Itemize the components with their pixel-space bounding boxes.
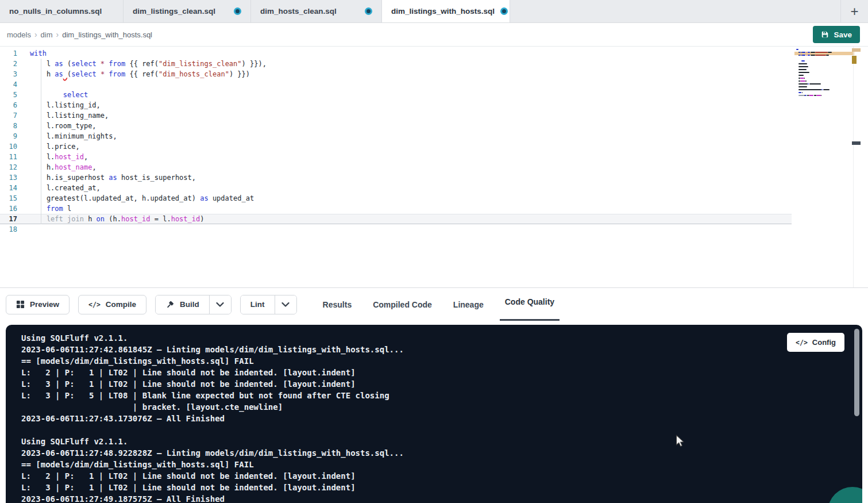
code-line-text: with <box>17 48 47 59</box>
editor-toolbar: Preview </> Compile Build Lint <box>0 287 868 321</box>
terminal-line: 2023-06-06T11:27:49.187575Z — All Finish… <box>21 493 851 503</box>
lint-split-button: Lint <box>240 295 297 314</box>
unsaved-indicator-icon <box>500 7 508 15</box>
plus-icon: + <box>850 3 858 20</box>
file-tab[interactable]: dim_hosts_clean.sql <box>251 0 382 22</box>
line-number: 5 <box>0 90 17 100</box>
file-tab[interactable]: no_nulls_in_columns.sql <box>0 0 124 22</box>
code-line-text: h.host_name, <box>17 162 97 172</box>
code-line[interactable]: 10 l.price, <box>0 141 792 152</box>
breadcrumb-separator-icon: › <box>34 30 37 39</box>
line-number: 11 <box>0 152 17 162</box>
save-button-label: Save <box>834 30 852 39</box>
file-tab[interactable]: dim_listings_with_hosts.sql <box>382 0 510 22</box>
code-line-text: h.is_superhost as host_is_superhost, <box>17 172 196 183</box>
terminal-panel[interactable]: Using SQLFluff v2.1.1.2023-06-06T11:27:4… <box>6 325 862 503</box>
line-number: 10 <box>0 141 17 152</box>
terminal-line: L: 3 | P: 1 | LT02 | Line should not be … <box>21 482 851 493</box>
terminal-line: L: 2 | P: 1 | LT02 | Line should not be … <box>21 367 851 378</box>
code-line[interactable]: 7 l.listing_name, <box>0 110 792 121</box>
lint-button[interactable]: Lint <box>241 295 275 314</box>
terminal-line: L: 3 | P: 5 | LT08 | Blank line expected… <box>21 390 851 401</box>
breadcrumb-separator-icon: › <box>56 30 59 39</box>
ruler-warning-marker <box>852 56 857 64</box>
panel-tabs: ResultsCompiled CodeLineageCode Quality <box>323 288 555 321</box>
file-tab[interactable]: dim_listings_clean.sql <box>124 0 251 22</box>
preview-button-label: Preview <box>30 300 59 309</box>
line-number: 8 <box>0 121 17 131</box>
indent-guide <box>41 59 41 224</box>
code-line[interactable]: 13 h.is_superhost as host_is_superhost, <box>0 172 792 183</box>
code-line[interactable]: 1with <box>0 48 792 59</box>
code-line[interactable]: 9 l.minimum_nights, <box>0 131 792 141</box>
code-line[interactable]: 16 from l <box>0 203 792 214</box>
unsaved-indicator-icon <box>365 7 372 15</box>
code-line-text: left join h on (h.host_id = l.host_id) <box>17 214 204 224</box>
code-line[interactable]: 11 l.host_id, <box>0 152 792 162</box>
build-button[interactable]: Build <box>156 295 209 314</box>
code-line-text: select <box>17 90 88 100</box>
code-line-text: l as (select * from {{ ref("dim_listings… <box>17 59 267 69</box>
panel-tab-code-quality[interactable]: Code Quality <box>505 297 554 306</box>
file-tab-label: no_nulls_in_columns.sql <box>9 7 102 16</box>
code-line-text: l.host_id, <box>17 152 88 162</box>
line-number: 17 <box>0 214 17 224</box>
chevron-down-icon <box>281 302 290 307</box>
breadcrumb-segment[interactable]: dim <box>40 30 54 39</box>
code-line[interactable]: 3 h as (select * from {{ ref("dim_hosts_… <box>0 69 792 79</box>
code-line-text: l.price, <box>17 141 80 152</box>
file-tab-bar: no_nulls_in_columns.sqldim_listings_clea… <box>0 0 868 23</box>
code-line[interactable]: 8 l.room_type, <box>0 121 792 131</box>
minimap-lines <box>796 49 852 101</box>
terminal-line: 2023-06-06T11:27:43.173076Z — All Finish… <box>21 413 851 424</box>
save-button[interactable]: Save <box>813 26 860 43</box>
breadcrumb-segment[interactable]: dim_listings_with_hosts.sql <box>61 30 153 39</box>
panel-tab-lineage[interactable]: Lineage <box>453 300 484 309</box>
preview-button[interactable]: Preview <box>6 295 70 314</box>
code-line-text: h as (select * from {{ ref("dim_hosts_cl… <box>17 69 250 79</box>
code-line-text: l.listing_name, <box>17 110 109 121</box>
code-line[interactable]: 17 left join h on (h.host_id = l.host_id… <box>0 214 792 224</box>
compile-button-label: Compile <box>106 300 136 309</box>
code-line[interactable]: 18 <box>0 224 792 235</box>
build-dropdown-button[interactable] <box>209 295 231 314</box>
code-line[interactable]: 15 greatest(l.updated_at, h.updated_at) … <box>0 193 792 203</box>
line-number: 14 <box>0 183 17 193</box>
terminal-scrollbar-thumb[interactable] <box>854 329 859 416</box>
lint-button-label: Lint <box>250 300 265 309</box>
ruler-cursor-marker <box>852 141 861 145</box>
build-button-label: Build <box>180 300 199 309</box>
save-icon <box>821 30 829 39</box>
ruler-warning-marker-top <box>852 48 861 52</box>
terminal-line: 2023-06-06T11:27:48.922828Z — Linting mo… <box>21 447 851 459</box>
terminal-line: == [models/dim/dim_listings_with_hosts.s… <box>21 355 851 367</box>
breadcrumb-segment[interactable]: models <box>6 30 32 39</box>
panel-tab-compiled-code[interactable]: Compiled Code <box>373 300 432 309</box>
line-number: 16 <box>0 203 17 214</box>
terminal-line <box>21 424 851 436</box>
code-line[interactable]: 6 l.listing_id, <box>0 100 792 110</box>
breadcrumb-row: models›dim›dim_listings_with_hosts.sql S… <box>0 23 868 47</box>
code-line[interactable]: 14 l.created_at, <box>0 183 792 193</box>
line-number: 18 <box>0 224 17 235</box>
build-split-button: Build <box>155 295 232 314</box>
panel-tab-results[interactable]: Results <box>323 300 352 309</box>
line-number: 4 <box>0 79 17 90</box>
terminal-line: Using SQLFluff v2.1.1. <box>21 436 851 447</box>
code-editor[interactable]: 1with2 l as (select * from {{ ref("dim_l… <box>0 47 868 287</box>
new-tab-button[interactable]: + <box>840 0 868 22</box>
code-line[interactable]: 2 l as (select * from {{ ref("dim_listin… <box>0 59 792 69</box>
code-line[interactable]: 5 select <box>0 90 792 100</box>
lint-dropdown-button[interactable] <box>275 295 296 314</box>
code-line[interactable]: 12 h.host_name, <box>0 162 792 172</box>
breadcrumb: models›dim›dim_listings_with_hosts.sql <box>6 30 153 39</box>
code-line[interactable]: 4 <box>0 79 792 90</box>
compile-button[interactable]: </> Compile <box>78 295 146 314</box>
minimap[interactable] <box>796 49 852 101</box>
code-brackets-icon: </> <box>88 301 101 309</box>
code-line-text: l.created_at, <box>17 183 101 193</box>
terminal-line: 2023-06-06T11:27:42.861845Z — Linting mo… <box>21 344 851 355</box>
unsaved-indicator-icon <box>234 7 241 15</box>
config-button[interactable]: </> Config <box>787 333 844 352</box>
code-line-text: greatest(l.updated_at, h.updated_at) as … <box>17 193 254 203</box>
